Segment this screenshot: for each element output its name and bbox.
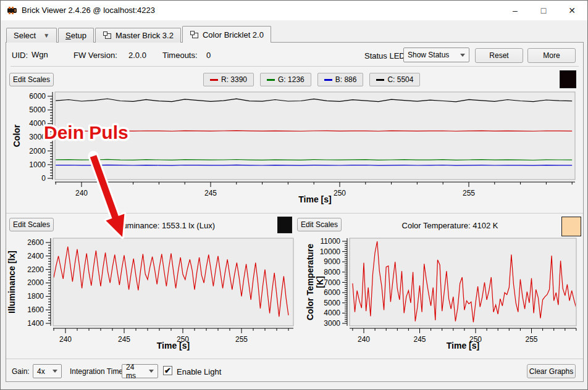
series-color-dash — [267, 79, 275, 81]
legend-button-g[interactable]: G: 1236 — [260, 73, 311, 86]
legend-label: C: 5504 — [387, 75, 413, 84]
separator — [6, 213, 583, 214]
legend-button-c[interactable]: C: 5504 — [369, 73, 420, 86]
minimize-button[interactable]: – — [501, 1, 529, 20]
window-title: Brick Viewer 2.4.26 @ localhost:4223 — [22, 1, 155, 20]
tab-bar: Select▼SetupMaster Brick 3.2Color Brickl… — [6, 26, 271, 43]
reset-button[interactable]: Reset — [475, 48, 523, 63]
tab-master-brick-3-2[interactable]: Master Brick 3.2 — [95, 28, 181, 43]
uid-label: UID: — [12, 51, 28, 60]
tab-setup[interactable]: Setup — [58, 28, 94, 43]
gain-select[interactable]: 4x — [33, 364, 62, 378]
legend-label: B: 886 — [335, 75, 357, 84]
integration-time-value: 24 ms — [126, 363, 145, 380]
brick-viewer-window: Brick Viewer 2.4.26 @ localhost:4223 – □… — [0, 0, 588, 390]
tab-pane — [6, 42, 584, 382]
tab-select[interactable]: Select▼ — [6, 28, 57, 43]
temperature-swatch — [561, 217, 581, 236]
timeouts-value: 0 — [206, 51, 211, 60]
integration-time-select[interactable]: 24 ms — [122, 364, 158, 378]
chevron-down-icon — [149, 370, 154, 373]
enable-light-label: Enable Light — [177, 367, 221, 376]
status-led-select[interactable]: Show Status — [403, 48, 469, 62]
legend-label: G: 1236 — [278, 75, 304, 84]
separator — [10, 66, 579, 67]
fw-version-label: FW Version: — [74, 51, 117, 60]
legend-button-r[interactable]: R: 3390 — [203, 73, 254, 86]
series-color-dash — [376, 79, 384, 81]
enable-light-checkbox[interactable]: ✔ — [163, 366, 172, 375]
tab-color-bricklet-2-0[interactable]: Color Bricklet 2.0 — [182, 26, 271, 43]
edit-scales-illuminance-button[interactable]: Edit Scales — [9, 218, 54, 231]
integration-time-label: Integration Time: — [70, 367, 125, 376]
temperature-title: Color Temperature: 4102 K — [346, 221, 553, 230]
bricklet-icon — [103, 31, 112, 39]
status-led-label: Status LED: — [364, 51, 407, 60]
app-icon — [7, 6, 17, 15]
tab-label: Select — [14, 31, 36, 40]
chevron-down-icon — [460, 54, 465, 57]
clear-graphs-button[interactable]: Clear Graphs — [527, 364, 576, 378]
chevron-down-icon — [52, 370, 57, 373]
legend-label: R: 3390 — [221, 75, 247, 84]
chevron-down-icon: ▼ — [43, 32, 49, 39]
legend-button-b[interactable]: B: 886 — [317, 73, 364, 86]
tab-label: Master Brick 3.2 — [116, 31, 174, 40]
tab-label: Setup — [65, 31, 86, 40]
maximize-button[interactable]: □ — [529, 1, 558, 20]
status-led-value: Show Status — [408, 51, 449, 59]
gain-label: Gain: — [12, 367, 30, 376]
separator — [6, 359, 583, 359]
series-color-dash — [324, 79, 332, 81]
gain-value: 4x — [37, 367, 45, 376]
more-button[interactable]: More — [527, 48, 576, 63]
fw-version-value: 2.0.0 — [128, 51, 146, 60]
color-legend: R: 3390G: 1236B: 886C: 5504 — [203, 73, 420, 86]
uid-value: Wgn — [32, 50, 48, 59]
color-swatch — [560, 70, 576, 88]
timeouts-label: Timeouts: — [162, 51, 198, 60]
illuminance-title: Illuminance: 1553.1 lx (Lux) — [59, 221, 272, 230]
close-button[interactable]: ✕ — [558, 1, 586, 20]
illuminance-swatch — [277, 217, 292, 233]
tab-label: Color Bricklet 2.0 — [203, 30, 264, 39]
title-bar: Brick Viewer 2.4.26 @ localhost:4223 – □… — [1, 1, 587, 20]
edit-scales-color-button[interactable]: Edit Scales — [9, 73, 54, 86]
bricklet-icon — [190, 31, 199, 39]
series-color-dash — [210, 79, 218, 81]
edit-scales-temperature-button[interactable]: Edit Scales — [297, 218, 342, 231]
